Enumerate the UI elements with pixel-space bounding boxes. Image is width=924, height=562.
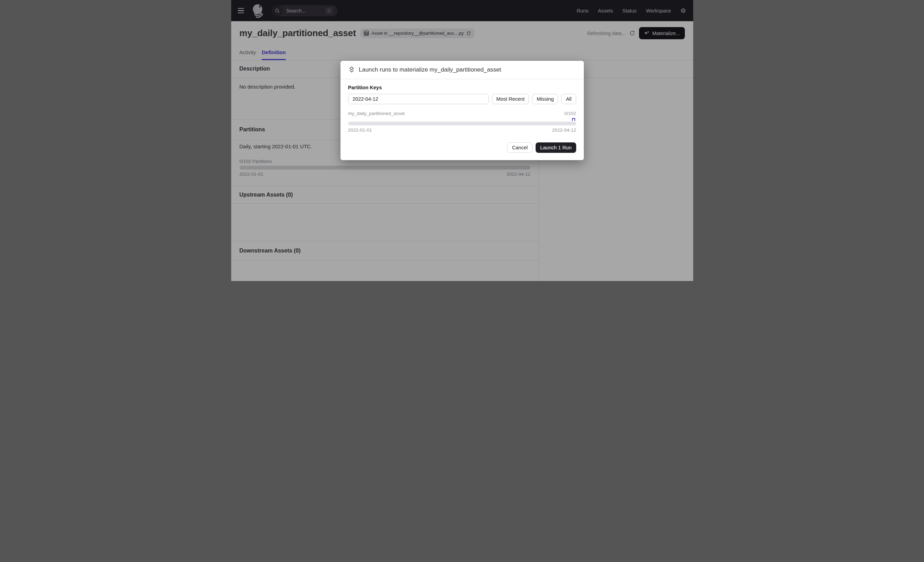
modal-range-start: 2022-01-01	[348, 127, 372, 134]
app-window: / Runs Assets Status Workspace ⚙ my_dail…	[231, 0, 693, 281]
all-button[interactable]: All	[561, 94, 576, 104]
cancel-button[interactable]: Cancel	[507, 143, 532, 153]
modal-body: Partition Keys Most Recent Missing All m…	[340, 79, 584, 160]
modal-partition-count: 0/102	[564, 110, 576, 117]
partition-keys-label: Partition Keys	[348, 85, 576, 90]
modal-asset-name: my_daily_partitioned_asset	[348, 110, 405, 117]
modal-header: Launch runs to materialize my_daily_part…	[340, 61, 584, 79]
modal-title: Launch runs to materialize my_daily_part…	[359, 66, 501, 73]
selected-partition-marker	[572, 118, 575, 121]
modal-range-end: 2022-04-12	[552, 127, 576, 134]
asset-layers-icon	[348, 66, 355, 73]
missing-button[interactable]: Missing	[532, 94, 558, 104]
partition-keys-input[interactable]	[348, 94, 489, 104]
modal-partition-bar	[348, 122, 576, 125]
launch-runs-modal: Launch runs to materialize my_daily_part…	[340, 61, 584, 160]
most-recent-button[interactable]: Most Recent	[492, 94, 529, 104]
launch-run-button[interactable]: Launch 1 Run	[536, 143, 576, 153]
